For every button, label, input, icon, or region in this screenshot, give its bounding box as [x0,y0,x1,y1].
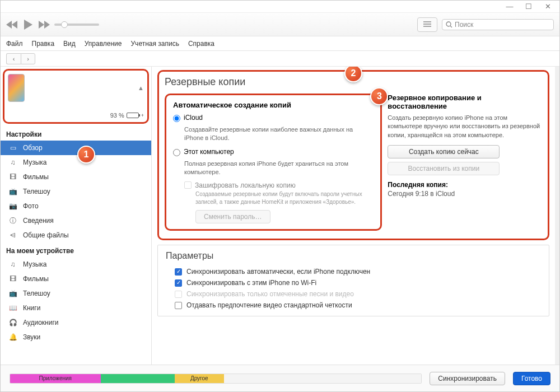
radio-icloud[interactable]: iCloud [173,114,374,122]
music-icon: ♫ [8,260,17,269]
menu-edit[interactable]: Правка [32,40,55,48]
sidebar-item-movies[interactable]: 🎞Фильмы [1,170,151,184]
sidebar-item-ondevice-books[interactable]: 📖Книги [1,301,151,315]
main-area: ▲ 93 % + Настройки 1 ▭Обзор ♫Музыка 🎞Фил… [1,67,559,365]
app-window: — ☐ ✕ Поиск Файл Правка Вид Управление У… [0,0,560,392]
movies-icon: 🎞 [8,274,17,283]
search-input[interactable]: Поиск [442,19,554,30]
battery-icon [127,113,139,118]
radio-icloud-input[interactable] [173,115,180,122]
nav-forward-button[interactable]: › [21,53,35,64]
svg-point-0 [446,22,451,26]
sidebar-item-info[interactable]: ⓘСведения [1,213,151,228]
parameters-title: Параметры [166,251,541,261]
local-hint: Полная резервная копия iPhone будет хран… [184,160,374,176]
restore-backup-button[interactable]: Восстановить из копии [388,162,500,175]
auto-backup-title: Автоматическое создание копий [173,101,374,109]
scrollbar[interactable] [555,67,559,365]
nav-back-button[interactable]: ‹ [6,53,21,64]
change-password-button[interactable]: Сменить пароль… [195,210,270,223]
storage-segment-other: Другое [175,374,224,383]
books-icon: 📖 [8,304,17,312]
backup-now-button[interactable]: Создать копию сейчас [388,145,500,158]
view-mode-toggle[interactable] [417,17,437,32]
files-icon: ⩤ [8,231,17,240]
manual-backup-col: Резервное копирование и восстановление С… [388,94,542,231]
opt-wifi-sync[interactable]: Синхронизировать с этим iPhone по Wi-Fi [175,279,541,287]
last-backup-label: Последняя копия: [388,181,542,189]
opt-sd-video[interactable]: Отдавать предпочтение видео стандартной … [175,301,541,309]
overview-icon: ▭ [8,143,17,152]
menu-file[interactable]: Файл [6,40,23,48]
volume-knob[interactable] [61,21,68,28]
sidebar-item-tv[interactable]: 📺Телешоу [1,184,151,199]
auto-backup-box: 3 Автоматическое создание копий iCloud С… [165,94,382,231]
window-close-button[interactable]: ✕ [538,2,557,12]
photo-icon: 📷 [8,202,17,211]
sidebar-item-ondevice-audiobooks[interactable]: 🎧Аудиокниги [1,315,151,330]
svg-line-1 [450,26,452,27]
player-toolbar: Поиск [1,13,559,36]
tv-icon: 📺 [8,289,17,298]
sidebar-item-ondevice-movies[interactable]: 🎞Фильмы [1,272,151,286]
sidebar-item-ondevice-tv[interactable]: 📺Телешоу [1,286,151,301]
footer-bar: Приложения Другое Синхронизировать Готов… [1,365,559,391]
sidebar-item-music[interactable]: ♫Музыка [1,155,151,170]
battery-percent: 93 % [110,112,124,119]
music-icon: ♫ [8,158,17,167]
device-thumbnail-icon [8,74,25,102]
icloud-hint: Создавайте резервные копии наиболее важн… [184,125,374,142]
opt-marked-only: Синхронизировать только отмеченные песни… [175,290,541,298]
info-icon: ⓘ [8,216,17,225]
volume-slider[interactable] [54,24,99,26]
menu-controls[interactable]: Управление [85,40,122,48]
done-button[interactable]: Готово [513,372,550,385]
sidebar-item-ondevice-music[interactable]: ♫Музыка [1,257,151,272]
sidebar-ondevice-list: ♫Музыка 🎞Фильмы 📺Телешоу 📖Книги 🎧Аудиокн… [1,257,151,344]
eject-button[interactable]: ▲ [138,85,144,91]
storage-bar: Приложения Другое [10,374,422,384]
bell-icon: 🔔 [8,333,17,342]
list-icon [423,21,432,27]
menu-help[interactable]: Справка [188,40,214,48]
opt-auto-sync[interactable]: Синхронизировать автоматически, если iPh… [175,268,541,276]
parameters-section: Параметры Синхронизировать автоматически… [157,245,549,316]
device-panel: ▲ 93 % + [3,69,149,124]
next-track-button[interactable] [38,20,50,29]
encrypt-checkbox-row[interactable]: Зашифровать локальную копию [184,181,374,189]
menubar: Файл Правка Вид Управление Учетная запис… [1,36,559,51]
storage-segment-apps: Приложения [10,374,101,383]
audiobooks-icon: 🎧 [8,318,17,327]
manual-backup-title: Резервное копирование и восстановление [388,94,542,110]
last-backup-value: Сегодня 9:18 в iCloud [388,190,542,198]
encrypt-hint: Создаваемые резервные копии будут включа… [195,190,374,206]
radio-local-input[interactable] [173,149,180,156]
play-button[interactable] [23,19,33,30]
sidebar: ▲ 93 % + Настройки 1 ▭Обзор ♫Музыка 🎞Фил… [1,67,152,365]
radio-local[interactable]: Этот компьютер [173,148,374,156]
window-minimize-button[interactable]: — [500,2,519,12]
sidebar-item-files[interactable]: ⩤Общие файлы [1,228,151,242]
checkbox-icon[interactable] [175,268,182,276]
sync-button[interactable]: Синхронизировать [430,372,505,385]
content-panel: 2 Резервные копии 3 Автоматическое созда… [152,67,555,365]
sidebar-item-overview[interactable]: ▭Обзор [1,141,151,155]
callout-3: 3 [370,87,388,105]
menu-view[interactable]: Вид [63,40,76,48]
window-maximize-button[interactable]: ☐ [519,2,538,12]
nav-strip: ‹ › [1,51,559,67]
tv-icon: 📺 [8,187,17,196]
menu-account[interactable]: Учетная запись [131,40,179,48]
sidebar-settings-header: Настройки [1,126,151,141]
checkbox-icon [175,291,182,298]
battery-status: 93 % + [8,112,144,119]
sidebar-settings-list: ▭Обзор ♫Музыка 🎞Фильмы 📺Телешоу 📷Фото ⓘС… [1,141,151,242]
encrypt-checkbox[interactable] [184,181,192,189]
charging-icon: + [141,113,144,118]
sidebar-item-ondevice-tones[interactable]: 🔔Звуки [1,330,151,344]
storage-segment-free [224,374,421,383]
checkbox-icon[interactable] [175,279,182,287]
checkbox-icon[interactable] [175,302,182,309]
previous-track-button[interactable] [6,20,18,29]
sidebar-item-photos[interactable]: 📷Фото [1,199,151,213]
